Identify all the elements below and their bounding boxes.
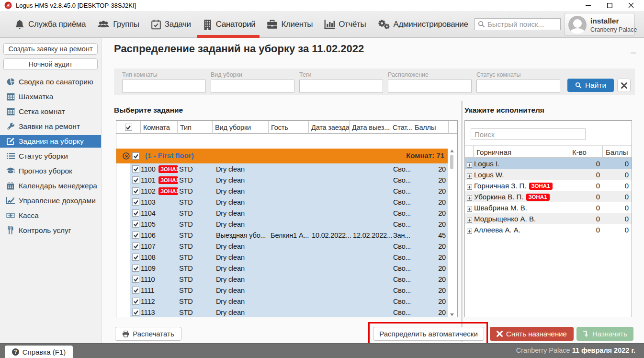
expand-plus-icon[interactable] (467, 205, 472, 214)
nav-tab-2[interactable]: Группы (97, 11, 139, 38)
clear-filters-button[interactable] (617, 79, 631, 92)
scroll-down-icon[interactable] (450, 312, 454, 316)
expand-plus-icon[interactable] (467, 161, 472, 170)
quick-search-input[interactable] (487, 20, 554, 28)
task-row-1109[interactable]: 1109STDDry cleanСво...20 (116, 263, 448, 274)
scroll-up-icon[interactable] (450, 150, 454, 153)
assignee-search-input[interactable] (471, 128, 586, 140)
select-all-cell[interactable] (116, 121, 141, 134)
location-input[interactable] (388, 80, 472, 92)
task-checkbox[interactable] (132, 187, 139, 195)
sidebar-item-4[interactable]: Заявки на ремонт (0, 119, 101, 134)
task-checkbox[interactable] (132, 254, 139, 261)
expand-plus-icon[interactable] (467, 216, 472, 225)
sidebar-item-8[interactable]: Календарь менеджера (0, 178, 101, 193)
column-arrival[interactable]: Дата заезда (309, 121, 350, 134)
assignee-row-3[interactable]: Горничная З. П.ЗОНА100 (465, 180, 632, 191)
task-checkbox[interactable] (132, 265, 139, 272)
collapse-panel-dash[interactable] (631, 52, 636, 54)
room-type-input[interactable] (122, 80, 206, 92)
task-row-1102[interactable]: 1102ЗОНА1STDDry cleanСво...20 (116, 185, 448, 196)
sidebar-item-3[interactable]: Сетка комнат (0, 104, 101, 119)
task-row-1100[interactable]: 1100ЗОНА1STDDry cleanСво...20 (116, 163, 448, 174)
assignee-row-5[interactable]: Швабрина М. В.00 (465, 202, 632, 213)
expand-plus-icon[interactable] (467, 227, 472, 236)
column-maid[interactable]: Горничная (474, 146, 569, 158)
task-row-1108[interactable]: 1108STDDry cleanСво...20 (116, 252, 448, 263)
assign-button[interactable]: Назначить (576, 327, 633, 341)
task-checkbox[interactable] (132, 309, 139, 316)
expand-plus-icon[interactable] (467, 183, 472, 192)
task-checkbox[interactable] (132, 287, 139, 294)
nav-tab-7[interactable]: Администрирование (377, 11, 468, 38)
cleaning-kind-input[interactable] (211, 80, 294, 92)
task-checkbox[interactable] (132, 220, 139, 228)
group-row-first-floor[interactable]: (1 - First floor) Комнат: 71 (116, 149, 448, 163)
tags-input[interactable] (299, 80, 383, 92)
task-checkbox[interactable] (132, 243, 139, 250)
column-cleaning[interactable]: Вид уборки (213, 121, 269, 134)
column-room[interactable]: Комната (141, 121, 178, 134)
sidebar-item-7[interactable]: Прогноз уборок (0, 163, 101, 178)
task-checkbox[interactable] (132, 298, 139, 305)
sidebar-item-6[interactable]: Статус уборки (0, 149, 101, 163)
expand-plus-icon[interactable] (467, 172, 472, 181)
nav-tab-3[interactable]: Задачи (151, 11, 191, 38)
task-checkbox[interactable] (132, 231, 139, 239)
find-button[interactable]: Найти (567, 79, 614, 92)
night-audit-button[interactable]: Ночной аудит (3, 58, 98, 70)
maximize-button[interactable] (602, 0, 617, 11)
task-checkbox[interactable] (132, 209, 139, 217)
unassign-button[interactable]: Снять назначение (490, 327, 574, 341)
task-row-1105[interactable]: 1105STDDry cleanСво...20 (116, 219, 448, 230)
column-points[interactable]: Баллы (603, 146, 632, 158)
create-repair-request-button[interactable]: Создать заявку на ремонт (3, 43, 98, 55)
room-status-input[interactable] (476, 80, 560, 92)
assignee-row-2[interactable]: Logus W.00 (465, 169, 632, 180)
help-button[interactable]: ? Справка (F1) (5, 346, 73, 358)
sidebar-item-11[interactable]: Контроль услуг (0, 223, 101, 238)
assignee-row-6[interactable]: Модрыщенко А. В.00 (465, 213, 632, 224)
column-type[interactable]: Тип (178, 121, 213, 134)
sidebar-item-9[interactable]: Управление доходами (0, 193, 101, 208)
task-row-1111[interactable]: 1111STDDry cleanСво...20 (116, 285, 448, 296)
task-checkbox[interactable] (132, 198, 139, 206)
nav-tab-4[interactable]: Санаторий (203, 11, 256, 38)
task-row-1110[interactable]: 1110STDDry cleanСво...20 (116, 274, 448, 285)
column-departure[interactable]: Дата выез... (350, 121, 390, 134)
expand-plus-icon[interactable] (467, 194, 472, 203)
task-checkbox[interactable] (132, 165, 139, 173)
assignee-row-4[interactable]: Уборкина В. П.ЗОНА100 (465, 191, 632, 202)
group-collapse-icon[interactable] (123, 152, 130, 160)
task-row-1106[interactable]: 1106STDВыездная убо...Белкин1 А...10.02.… (116, 230, 448, 241)
user-chip[interactable]: installer Cranberry Palace (564, 13, 635, 36)
task-row-1107[interactable]: 1107STDDry cleanСво...20 (116, 241, 448, 252)
column-count[interactable]: К-во (569, 146, 603, 158)
task-checkbox[interactable] (132, 276, 139, 283)
sidebar-item-1[interactable]: Сводка по санаторию (0, 74, 101, 89)
tasks-scrollbar[interactable] (449, 149, 455, 317)
task-checkbox[interactable] (132, 176, 139, 184)
group-checkbox[interactable] (132, 152, 139, 160)
task-row-1104[interactable]: 1104STDDry cleanСво...20 (116, 208, 448, 219)
column-status[interactable]: Стат... (390, 121, 412, 134)
select-all-checkbox[interactable] (125, 124, 132, 131)
scrollbar-thumb[interactable] (450, 155, 453, 169)
task-row-1103[interactable]: 1103STDDry cleanСво...20 (116, 196, 448, 208)
nav-tab-6[interactable]: Отчёты (324, 11, 366, 38)
task-row-1101[interactable]: 1101ЗОНА1STDDry cleanСво...20 (116, 174, 448, 185)
nav-tab-1[interactable]: Служба приёма (14, 11, 86, 38)
nav-tab-5[interactable]: Клиенты (267, 11, 313, 38)
column-points[interactable]: Баллы (412, 121, 449, 134)
assignee-row-1[interactable]: Logus I.00 (465, 158, 632, 169)
close-button[interactable] (624, 0, 638, 11)
minimize-button[interactable] (581, 0, 595, 11)
sidebar-item-10[interactable]: Касса (0, 208, 101, 223)
task-row-1113[interactable]: 1113STDDry cleanСво...20 (116, 307, 448, 317)
column-guest[interactable]: Гость (269, 121, 309, 134)
sidebar-item-2[interactable]: Шахматка (0, 89, 101, 104)
assignee-row-7[interactable]: Аллеева А. А.00 (465, 224, 632, 235)
sidebar-item-5[interactable]: Задания на уборку (0, 135, 101, 148)
print-button[interactable]: Распечатать (115, 327, 181, 341)
task-row-1112[interactable]: 1112STDDry cleanСво...20 (116, 296, 448, 307)
